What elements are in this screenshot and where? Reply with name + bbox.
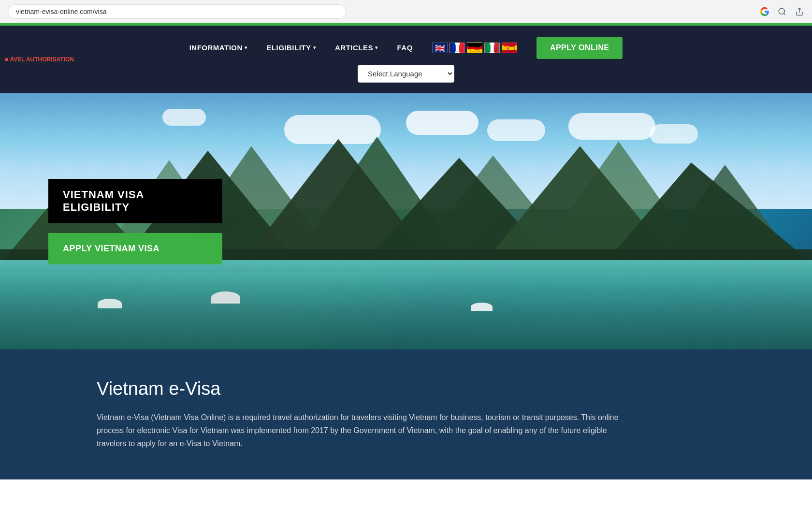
nav-brand-label: ■ AVEL AUTHORISATION — [0, 56, 79, 63]
eligibility-dropdown-arrow: ▾ — [313, 45, 316, 50]
svg-line-1 — [783, 13, 785, 14]
info-body: Vietnam e-Visa (Vietnam Visa Online) is … — [97, 411, 628, 450]
nav-center: INFORMATION ▾ ELIGIBILITY ▾ ARTICLES ▾ F… — [189, 37, 623, 83]
hero-title-box: VIETNAM VISA ELIGIBILITY — [48, 179, 222, 223]
language-flags: 🇬🇧 🇫🇷 🇩🇪 🇮🇹 🇪🇸 — [432, 43, 517, 53]
brand-text: AVEL AUTHORISATION — [10, 56, 74, 63]
apply-online-button[interactable]: APPLY ONLINE — [536, 37, 623, 59]
hero-cta-button[interactable]: APPLY VIETNAM VISA — [48, 233, 222, 264]
information-dropdown-arrow: ▾ — [245, 45, 247, 50]
hero-title: VIETNAM VISA ELIGIBILITY — [63, 188, 144, 213]
svg-point-0 — [779, 8, 784, 14]
info-section: Vietnam e-Visa Vietnam e-Visa (Vietnam V… — [0, 349, 812, 479]
browser-chrome: vietnam-evisa-online.com/visa — [0, 0, 812, 23]
nav-eligibility[interactable]: ELIGIBILITY ▾ — [266, 44, 316, 52]
flag-it[interactable]: 🇮🇹 — [484, 43, 500, 53]
flag-de[interactable]: 🇩🇪 — [467, 43, 482, 53]
info-title: Vietnam e-Visa — [97, 378, 715, 399]
hero-content: VIETNAM VISA ELIGIBILITY APPLY VIETNAM V… — [0, 93, 812, 349]
flag-fr[interactable]: 🇫🇷 — [450, 43, 465, 53]
google-icon[interactable] — [760, 7, 769, 16]
search-icon[interactable] — [777, 7, 787, 16]
language-select[interactable]: Select Language English French German It… — [358, 65, 454, 83]
browser-toolbar — [760, 7, 804, 16]
nav-articles[interactable]: ARTICLES ▾ — [335, 44, 378, 52]
nav-links: INFORMATION ▾ ELIGIBILITY ▾ ARTICLES ▾ F… — [189, 37, 623, 59]
flag-uk[interactable]: 🇬🇧 — [432, 43, 448, 53]
articles-dropdown-arrow: ▾ — [375, 45, 378, 50]
flag-es[interactable]: 🇪🇸 — [502, 43, 517, 53]
language-select-wrapper: Select Language English French German It… — [358, 65, 454, 83]
hero-section: VIETNAM VISA ELIGIBILITY APPLY VIETNAM V… — [0, 93, 812, 349]
url-bar[interactable]: vietnam-evisa-online.com/visa — [8, 4, 346, 19]
nav-information[interactable]: INFORMATION ▾ — [189, 44, 247, 52]
nav-faq[interactable]: FAQ — [397, 44, 413, 52]
navbar: ■ AVEL AUTHORISATION INFORMATION ▾ ELIGI… — [0, 26, 812, 93]
share-icon[interactable] — [795, 7, 804, 16]
brand-marker: ■ — [5, 56, 8, 63]
